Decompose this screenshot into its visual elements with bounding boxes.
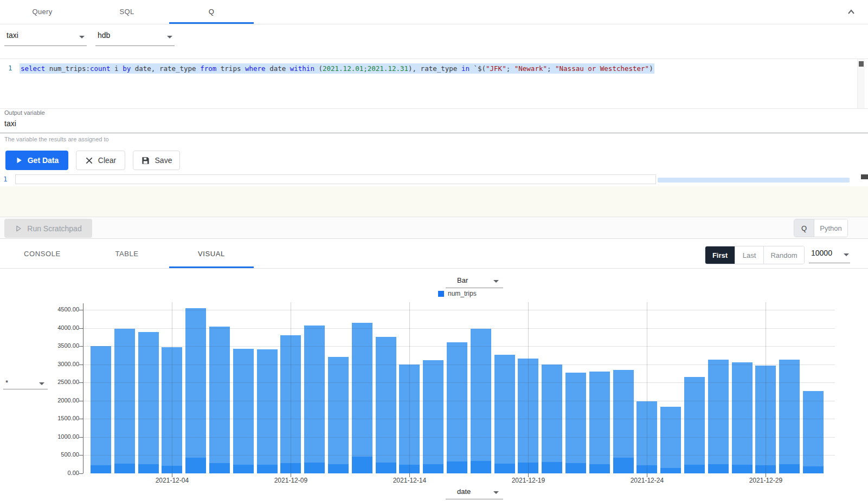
chart-bar-overlap [91, 465, 111, 473]
chart-bar-overlap [471, 461, 491, 474]
chart-bar-overlap [589, 464, 610, 473]
chart-bar [304, 326, 325, 474]
chart-bar [803, 391, 824, 473]
x-gridline [647, 302, 647, 473]
chart-bar-overlap [138, 464, 159, 473]
y-axis-tick [79, 382, 83, 383]
y-gridline [83, 437, 835, 438]
y-axis-tick-label: 4000.00 [31, 324, 79, 331]
y-gridline [83, 455, 835, 456]
chart-bar-overlap [257, 465, 278, 473]
chart-bar [328, 357, 349, 473]
y-gridline [83, 365, 835, 365]
y-axis-tick-label: 500.00 [31, 451, 79, 458]
chart-bar [352, 323, 372, 473]
y-axis-tick [79, 437, 83, 438]
chart-bar [565, 373, 586, 473]
chart-bar-overlap [328, 464, 349, 473]
chart-bar [684, 377, 705, 474]
y-axis-tick [79, 419, 83, 419]
y-axis-tick-label: 4500.00 [31, 306, 79, 313]
chart-bar [376, 337, 396, 473]
x-axis-tick-label: 2021-12-29 [741, 477, 790, 484]
x-axis-tick-label: 2021-12-09 [266, 477, 315, 484]
x-gridline [766, 302, 766, 473]
y-axis-tick [79, 401, 83, 401]
chart-bar [589, 372, 610, 473]
y-gridline [83, 346, 835, 347]
y-axis-tick [79, 365, 83, 365]
chart-bar-overlap [708, 464, 729, 473]
chart-bar [423, 360, 443, 473]
y-axis-tick-label: 2500.00 [31, 379, 79, 385]
y-axis-tick [79, 346, 83, 347]
x-axis-tick-label: 2021-12-19 [504, 477, 552, 484]
y-gridline [83, 401, 835, 401]
chart-bar [660, 407, 681, 473]
chart-bar-overlap [732, 465, 753, 473]
y-gridline [83, 419, 835, 419]
y-axis-tick-label: 1500.00 [31, 415, 79, 421]
chart-bar-overlap [185, 458, 206, 473]
chart-bar-overlap [660, 468, 681, 473]
y-axis-line [83, 303, 83, 473]
query-workspace-window: Query SQL Q taxi hdb 1 select num_trips:… [0, 0, 868, 501]
chart-bar-overlap [209, 463, 230, 473]
chart-bar [779, 360, 800, 473]
chart-bar-overlap [304, 463, 325, 474]
chart-bar-overlap [494, 464, 515, 473]
x-axis-tick-label: 2021-12-24 [622, 477, 671, 484]
chart-bar-overlap [565, 463, 586, 473]
y-axis-tick [79, 473, 83, 474]
y-axis-tick-label: 1000.00 [31, 433, 79, 440]
x-axis-tick-label: 2021-12-14 [385, 477, 434, 484]
chart-bar [732, 362, 753, 473]
x-gridline [409, 302, 410, 473]
y-axis-tick-label: 0.00 [31, 470, 79, 476]
chart-bar [209, 327, 230, 473]
chart-bar [138, 332, 159, 473]
chart-bar-overlap [542, 462, 562, 473]
y-axis-tick [79, 328, 83, 329]
y-axis-tick [79, 310, 83, 310]
chart-bar [708, 360, 729, 473]
chart-bar [447, 342, 467, 473]
bar-chart-plot: 0.00500.001000.001500.002000.002500.0030… [0, 0, 868, 501]
x-gridline [528, 302, 529, 473]
y-gridline [83, 310, 835, 310]
x-axis-tick-label: 2021-12-04 [147, 477, 196, 484]
y-axis-tick [79, 455, 83, 456]
chart-bar-overlap [779, 464, 800, 473]
y-axis-tick-label: 2000.00 [31, 397, 79, 404]
x-gridline [172, 302, 172, 473]
y-axis-tick-label: 3500.00 [31, 342, 79, 349]
chart-bar [185, 308, 206, 473]
chart-bar-overlap [233, 465, 254, 473]
y-axis-tick-label: 3000.00 [31, 361, 79, 367]
chart-bar-overlap [803, 466, 824, 473]
chart-bar-overlap [352, 457, 372, 474]
chart-bar-overlap [613, 458, 634, 474]
y-gridline [83, 328, 835, 329]
chart-bar-overlap [423, 464, 443, 473]
chart-bar-overlap [376, 463, 396, 473]
chart-bar-overlap [684, 465, 705, 473]
chart-bar-overlap [114, 464, 135, 473]
chart-bar-overlap [447, 461, 467, 473]
y-gridline [83, 382, 835, 383]
x-gridline [291, 302, 291, 473]
chart-bar [91, 346, 111, 473]
